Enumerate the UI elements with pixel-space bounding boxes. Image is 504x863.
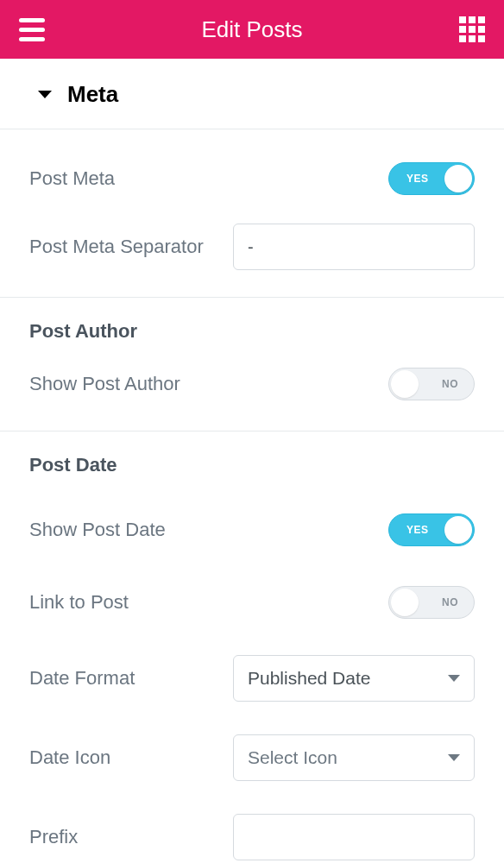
toggle-no-text: NO xyxy=(442,378,458,390)
label-date-format: Date Format xyxy=(29,667,135,690)
toggle-post-meta[interactable]: YES xyxy=(388,162,475,195)
menu-icon[interactable] xyxy=(19,18,45,41)
toggle-knob xyxy=(444,165,472,192)
row-show-post-date: Show Post Date YES xyxy=(0,506,504,554)
chevron-down-icon xyxy=(448,754,460,761)
input-separator[interactable] xyxy=(233,224,475,270)
label-show-date: Show Post Date xyxy=(29,519,166,541)
heading-post-date: Post Date xyxy=(0,432,504,485)
toggle-show-author[interactable]: NO xyxy=(388,368,475,400)
toggle-no-text: NO xyxy=(442,596,458,608)
select-date-icon[interactable]: Select Icon xyxy=(233,734,475,781)
toggle-knob xyxy=(391,370,419,398)
heading-post-author: Post Author xyxy=(0,298,504,351)
label-separator: Post Meta Separator xyxy=(29,236,204,258)
row-link-to-post: Link to Post NO xyxy=(0,578,504,627)
section-title: Meta xyxy=(67,81,118,108)
app-header: Edit Posts xyxy=(0,0,504,59)
input-prefix[interactable] xyxy=(233,814,475,860)
caret-down-icon xyxy=(38,91,52,98)
row-prefix: Prefix xyxy=(0,809,504,863)
toggle-knob xyxy=(444,516,472,544)
row-date-format: Date Format Published Date xyxy=(0,651,504,706)
row-post-meta-separator: Post Meta Separator xyxy=(0,219,504,274)
apps-grid-icon[interactable] xyxy=(459,16,485,42)
label-link-to-post: Link to Post xyxy=(29,591,129,614)
toggle-show-date[interactable]: YES xyxy=(388,513,475,546)
select-date-icon-placeholder: Select Icon xyxy=(248,747,337,768)
row-date-icon: Date Icon Select Icon xyxy=(0,730,504,785)
label-date-icon: Date Icon xyxy=(29,746,110,769)
label-post-meta: Post Meta xyxy=(29,167,115,190)
toggle-knob xyxy=(391,589,419,616)
chevron-down-icon xyxy=(448,675,460,682)
page-title: Edit Posts xyxy=(201,16,302,43)
section-header-meta[interactable]: Meta xyxy=(0,59,504,129)
row-post-meta: Post Meta YES xyxy=(0,138,504,195)
select-date-format[interactable]: Published Date xyxy=(233,655,475,702)
label-show-author: Show Post Author xyxy=(29,373,180,395)
toggle-link-to-post[interactable]: NO xyxy=(388,586,475,619)
row-show-post-author: Show Post Author NO xyxy=(0,360,504,408)
toggle-yes-text: YES xyxy=(406,173,429,185)
select-date-format-value: Published Date xyxy=(248,668,370,689)
toggle-yes-text: YES xyxy=(406,524,429,536)
label-prefix: Prefix xyxy=(29,826,78,848)
